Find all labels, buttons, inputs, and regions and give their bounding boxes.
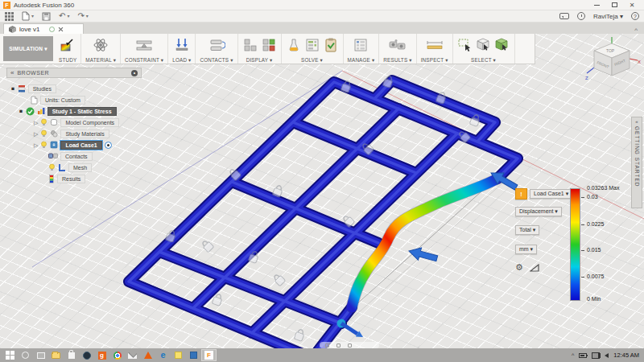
slope-tool-icon[interactable]: [530, 264, 539, 272]
tree-item-load-case1[interactable]: ▷ Load Case1: [6, 139, 192, 150]
tree-item-contacts[interactable]: Contacts: [6, 150, 192, 162]
store-icon[interactable]: [64, 349, 79, 361]
load-arrow-stub: [341, 323, 363, 337]
fusion-taskbar-icon[interactable]: F: [201, 349, 217, 361]
toolbar-group-solve[interactable]: SOLVE ▾: [282, 34, 344, 64]
tree-item-study1[interactable]: ◆ Study 1 - Static Stress: [6, 105, 192, 117]
minimize-button[interactable]: [588, 0, 605, 10]
document-cube-icon: [9, 26, 16, 33]
workspace-selector[interactable]: SIMULATION ▾: [3, 36, 53, 61]
close-button[interactable]: ✕: [623, 0, 641, 10]
toolbar-group-material[interactable]: MATERIAL ▾: [81, 34, 121, 64]
document-tab[interactable]: love v1: [3, 23, 84, 34]
legend-settings-gear-icon[interactable]: ⚙: [515, 262, 523, 273]
tree-item-model-components[interactable]: ▷ Model Components: [6, 117, 192, 128]
comments-icon[interactable]: [559, 13, 569, 19]
new-file-button[interactable]: ▾: [22, 11, 34, 21]
app-grid-icon[interactable]: [5, 12, 14, 21]
visibility-bulb-icon: [48, 163, 56, 171]
toolbar-group-contacts[interactable]: CONTACTS ▾: [196, 34, 237, 64]
toolbar-group-load[interactable]: LOAD ▾: [168, 34, 196, 64]
materials-icon: [50, 130, 58, 138]
axis-z-label: Z: [585, 76, 588, 80]
undo-button[interactable]: ↶▾: [59, 12, 69, 20]
tree-item-results[interactable]: Results: [6, 173, 192, 184]
view-cube[interactable]: TOP FRONT RIGHT X Z: [584, 37, 641, 87]
manage-icon: [353, 37, 369, 53]
file-explorer-icon[interactable]: [48, 349, 64, 361]
getting-started-tab[interactable]: « GETTING STARTED: [631, 117, 642, 208]
model-viewport[interactable]: SIMULATION ▾ STUDY MATERIAL ▾: [0, 34, 644, 348]
orbit-tool-icon[interactable]: [348, 343, 352, 348]
start-button[interactable]: [2, 349, 18, 361]
toolbar-group-study[interactable]: STUDY: [55, 34, 81, 64]
units-dropdown[interactable]: mm ▾: [515, 245, 537, 254]
navigation-bar[interactable]: [320, 342, 379, 348]
panel-collapse-icon[interactable]: «: [10, 69, 14, 76]
collapsed-arrow-icon[interactable]: ▷: [34, 120, 38, 125]
g-app-icon[interactable]: g: [94, 349, 109, 361]
redo-icon: ↷: [77, 12, 84, 20]
job-status-clock-icon[interactable]: [577, 12, 585, 20]
quick-access-toolbar: ▾ ↶▾ ↷▾ RaviTeja ▾ ?: [0, 10, 644, 23]
word-app-icon[interactable]: [186, 349, 201, 361]
cortana-icon[interactable]: [18, 349, 33, 361]
collapsed-arrow-icon[interactable]: ▷: [34, 142, 38, 148]
expanded-arrow-icon[interactable]: ◆: [10, 85, 17, 92]
tree-item-study-materials[interactable]: ▷ Study Materials: [6, 128, 192, 139]
active-load-case-radio[interactable]: [105, 142, 112, 149]
toolbar-group-inspect[interactable]: INSPECT ▾: [417, 34, 453, 64]
constraint-icon: [134, 37, 154, 53]
component-dropdown[interactable]: Total ▾: [515, 225, 539, 235]
task-view-icon[interactable]: [33, 349, 48, 361]
collapsed-arrow-icon[interactable]: ▷: [34, 131, 38, 137]
expanded-arrow-icon[interactable]: ◆: [19, 108, 25, 114]
solve-icon: [286, 37, 302, 53]
zoom-tool-icon[interactable]: [325, 343, 329, 348]
edge-icon[interactable]: e: [155, 349, 171, 361]
vlc-icon[interactable]: [140, 349, 155, 361]
toolbar-group-constraint[interactable]: CONSTRAINT ▾: [121, 34, 168, 64]
tab-close-icon[interactable]: [58, 27, 64, 32]
photos-app-icon[interactable]: [79, 349, 94, 361]
axis-x-line: [630, 59, 638, 60]
load-case-dropdown[interactable]: Load Case1 ▾: [530, 189, 572, 199]
browser-title: BROWSER: [17, 70, 131, 76]
axis-z-line: [587, 68, 594, 73]
maximize-button[interactable]: [605, 0, 623, 10]
load-case-warning-button[interactable]: !: [515, 188, 527, 200]
tree-item-units[interactable]: Units: Custom: [6, 94, 192, 105]
toolbar-collapse-chevron[interactable]: ^: [634, 27, 638, 34]
toolbar-group-display[interactable]: DISPLAY ▾: [238, 34, 282, 64]
save-button[interactable]: [42, 12, 51, 21]
visibility-bulb-icon: [40, 141, 47, 149]
windows-taskbar: g e F ^ 12:45 AM: [0, 348, 644, 362]
chrome-icon[interactable]: [109, 349, 125, 361]
mail-icon[interactable]: [125, 349, 140, 361]
load-case-icon: [50, 141, 58, 149]
tree-item-mesh[interactable]: Mesh: [6, 162, 192, 173]
toolbar-group-select[interactable]: SELECT ▾: [453, 34, 515, 64]
browser-minimize-icon[interactable]: •: [131, 70, 138, 76]
hidden-icons-chevron[interactable]: ^: [572, 352, 574, 358]
displacement-colorbar: [570, 188, 580, 301]
system-tray: ^ 12:45 AM: [572, 352, 642, 359]
volume-icon[interactable]: [605, 353, 609, 358]
result-type-dropdown[interactable]: Displacement ▾: [515, 207, 562, 216]
tree-item-studies[interactable]: ◆ Studies: [6, 83, 192, 94]
toolbar-group-results[interactable]: RESULTS ▾: [379, 34, 416, 64]
viewcube-top-label: TOP: [606, 48, 615, 53]
user-account-menu[interactable]: RaviTeja ▾: [593, 13, 623, 20]
sticky-notes-icon[interactable]: [171, 349, 186, 361]
colorbar-tick-label: 0.03: [587, 194, 598, 200]
clock-time[interactable]: 12:45 AM: [613, 352, 639, 359]
redo-button[interactable]: ↷▾: [77, 12, 88, 20]
battery-icon[interactable]: [579, 353, 587, 358]
undo-caret-icon: ▾: [67, 12, 69, 20]
toolbar-group-manage[interactable]: MANAGE ▾: [344, 34, 380, 64]
pan-tool-icon[interactable]: [336, 343, 341, 348]
browser-header[interactable]: « BROWSER •: [6, 68, 142, 78]
help-icon[interactable]: ?: [631, 12, 639, 20]
studies-icon: [18, 84, 26, 93]
colorbar-tick-label: 0.015: [587, 247, 601, 253]
